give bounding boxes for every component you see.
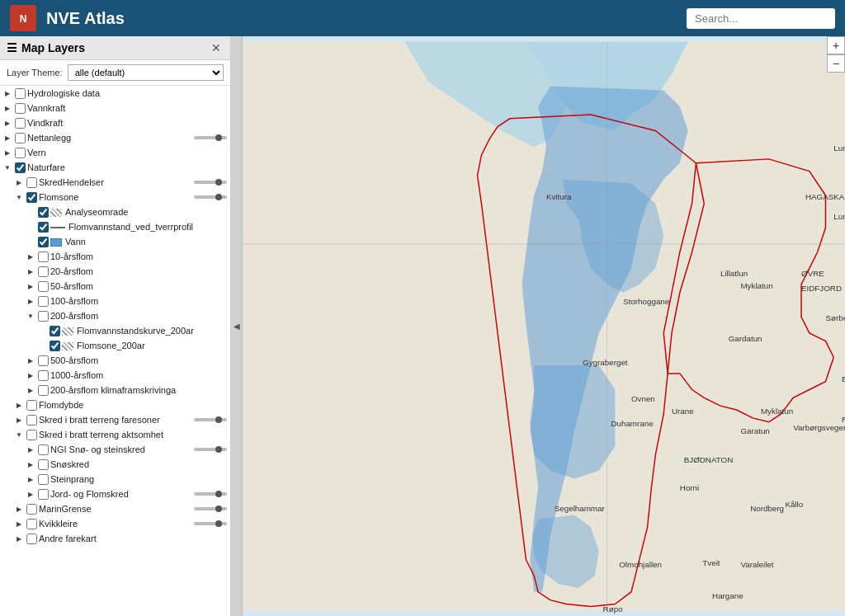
layer-checkbox[interactable] bbox=[50, 341, 60, 351]
layer-checkbox[interactable] bbox=[38, 444, 49, 455]
expand-icon[interactable]: ▶ bbox=[25, 355, 36, 366]
expand-icon[interactable]: ▶ bbox=[25, 473, 36, 485]
layer-checkbox[interactable] bbox=[38, 355, 49, 366]
layer-checkbox[interactable] bbox=[15, 148, 26, 158]
layer-item[interactable]: Analyseomrade bbox=[0, 205, 230, 219]
layer-theme-select[interactable]: alle (default) Flom Skred Vannkraft bbox=[68, 64, 224, 81]
expand-icon[interactable]: ▶ bbox=[25, 488, 36, 500]
layer-checkbox[interactable] bbox=[38, 207, 49, 218]
opacity-slider[interactable] bbox=[194, 492, 227, 496]
expand-icon[interactable]: ▼ bbox=[2, 162, 13, 173]
expand-icon[interactable]: ▼ bbox=[25, 310, 36, 322]
expand-icon[interactable]: ▶ bbox=[25, 266, 36, 277]
layer-item[interactable]: ▶Snøskred bbox=[0, 457, 230, 472]
layer-item[interactable]: Vann bbox=[0, 234, 230, 249]
expand-icon[interactable]: ▶ bbox=[13, 503, 25, 515]
expand-icon[interactable]: ▶ bbox=[25, 444, 36, 455]
expand-icon[interactable]: ▶ bbox=[25, 458, 36, 470]
expand-icon[interactable]: ▼ bbox=[13, 429, 25, 440]
expand-icon[interactable]: ▼ bbox=[13, 191, 25, 203]
expand-icon[interactable]: ▶ bbox=[25, 369, 36, 381]
zoom-out-button[interactable]: − bbox=[827, 54, 845, 73]
layer-checkbox[interactable] bbox=[38, 296, 49, 307]
expand-icon[interactable]: ▶ bbox=[13, 533, 25, 544]
search-input[interactable] bbox=[687, 8, 835, 29]
map-area[interactable]: + − LundarlianeFugladokkiGråskallenHAGA bbox=[243, 36, 845, 616]
layer-checkbox[interactable] bbox=[50, 326, 60, 336]
opacity-slider[interactable] bbox=[194, 522, 227, 525]
collapse-handle[interactable]: ◀ bbox=[231, 36, 243, 616]
layer-item[interactable]: ▶500-årsflom bbox=[0, 353, 230, 368]
layer-checkbox[interactable] bbox=[15, 162, 26, 173]
layer-checkbox[interactable] bbox=[38, 370, 49, 381]
opacity-slider[interactable] bbox=[194, 195, 227, 199]
layer-item[interactable]: ▶Vannkraft bbox=[0, 101, 230, 115]
expand-icon[interactable]: ▶ bbox=[2, 102, 13, 114]
layer-checkbox[interactable] bbox=[15, 133, 26, 143]
layer-checkbox[interactable] bbox=[26, 430, 37, 440]
layer-checkbox[interactable] bbox=[38, 474, 49, 485]
expand-icon[interactable]: ▶ bbox=[2, 117, 13, 129]
layer-checkbox[interactable] bbox=[15, 103, 26, 114]
layer-checkbox[interactable] bbox=[26, 400, 37, 411]
expand-icon[interactable]: ▶ bbox=[13, 414, 25, 426]
layer-checkbox[interactable] bbox=[26, 192, 37, 203]
layer-checkbox[interactable] bbox=[26, 504, 37, 515]
opacity-slider[interactable] bbox=[194, 448, 227, 451]
layer-checkbox[interactable] bbox=[38, 222, 49, 233]
expand-icon[interactable]: ▶ bbox=[13, 518, 25, 529]
expand-icon[interactable]: ▶ bbox=[2, 132, 13, 143]
zoom-in-button[interactable]: + bbox=[827, 36, 845, 54]
opacity-slider[interactable] bbox=[194, 507, 227, 510]
layer-checkbox[interactable] bbox=[15, 118, 26, 129]
layer-item[interactable]: ▶Skred i bratt terreng faresoner bbox=[0, 412, 230, 427]
layer-item[interactable]: ▶Kvikkleire bbox=[0, 516, 230, 531]
layer-checkbox[interactable] bbox=[26, 534, 37, 544]
layer-item[interactable]: ▼Skred i bratt terreng aktsomhet bbox=[0, 427, 230, 442]
layer-item[interactable]: ▶SkredHendelser bbox=[0, 175, 230, 190]
layer-item[interactable]: ▶Jord- og Flomskred bbox=[0, 487, 230, 501]
layer-item[interactable]: ▶200-årsflom klimaframskrivinga bbox=[0, 383, 230, 397]
layer-item[interactable]: Flomvannstandskurve_200ar bbox=[0, 323, 230, 338]
expand-icon[interactable]: ▶ bbox=[25, 280, 36, 292]
layer-item[interactable]: ▶Vindkraft bbox=[0, 115, 230, 130]
opacity-slider[interactable] bbox=[194, 181, 227, 184]
layer-checkbox[interactable] bbox=[38, 266, 49, 277]
layer-checkbox[interactable] bbox=[15, 88, 26, 99]
opacity-slider[interactable] bbox=[194, 136, 227, 139]
layer-checkbox[interactable] bbox=[38, 281, 49, 292]
expand-icon[interactable]: ▶ bbox=[25, 384, 36, 396]
layer-checkbox[interactable] bbox=[38, 311, 49, 322]
layer-item[interactable]: ▼Naturfare bbox=[0, 160, 230, 175]
layer-checkbox[interactable] bbox=[38, 489, 49, 500]
layer-item[interactable]: ▶100-årsflom bbox=[0, 294, 230, 308]
layer-checkbox[interactable] bbox=[26, 415, 37, 426]
layer-checkbox[interactable] bbox=[38, 252, 49, 262]
expand-icon[interactable]: ▶ bbox=[2, 87, 13, 99]
close-button[interactable]: ✕ bbox=[209, 41, 224, 54]
layer-item[interactable]: ▶Nettanlegg bbox=[0, 130, 230, 145]
expand-icon[interactable]: ▶ bbox=[25, 251, 36, 262]
layer-item[interactable]: ▶10-årsflom bbox=[0, 249, 230, 264]
layer-checkbox[interactable] bbox=[38, 237, 49, 247]
layer-checkbox[interactable] bbox=[38, 459, 49, 470]
layer-item[interactable]: ▶20-årsflom bbox=[0, 264, 230, 279]
layer-checkbox[interactable] bbox=[38, 385, 49, 396]
expand-icon[interactable]: ▶ bbox=[13, 399, 25, 411]
layer-item[interactable]: Flomvannstand_ved_tverrprofil bbox=[0, 219, 230, 234]
layer-item[interactable]: ▶Vern bbox=[0, 145, 230, 160]
layer-item[interactable]: Flomsone_200ar bbox=[0, 338, 230, 353]
layer-item[interactable]: ▶MarinGrense bbox=[0, 501, 230, 516]
layer-checkbox[interactable] bbox=[26, 177, 37, 188]
expand-icon[interactable]: ▶ bbox=[25, 295, 36, 307]
layer-item[interactable]: ▶Steinprang bbox=[0, 472, 230, 487]
layer-item[interactable]: ▶NGI Snø- og steinskred bbox=[0, 442, 230, 457]
expand-icon[interactable]: ▶ bbox=[13, 176, 25, 188]
opacity-slider[interactable] bbox=[194, 418, 227, 421]
layer-item[interactable]: ▶1000-årsflom bbox=[0, 368, 230, 383]
layer-item[interactable]: ▼Flomsone bbox=[0, 190, 230, 205]
layer-item[interactable]: ▶50-årsflom bbox=[0, 279, 230, 294]
layer-item[interactable]: ▼200-årsflom bbox=[0, 308, 230, 323]
layer-checkbox[interactable] bbox=[26, 519, 37, 529]
expand-icon[interactable]: ▶ bbox=[2, 147, 13, 158]
